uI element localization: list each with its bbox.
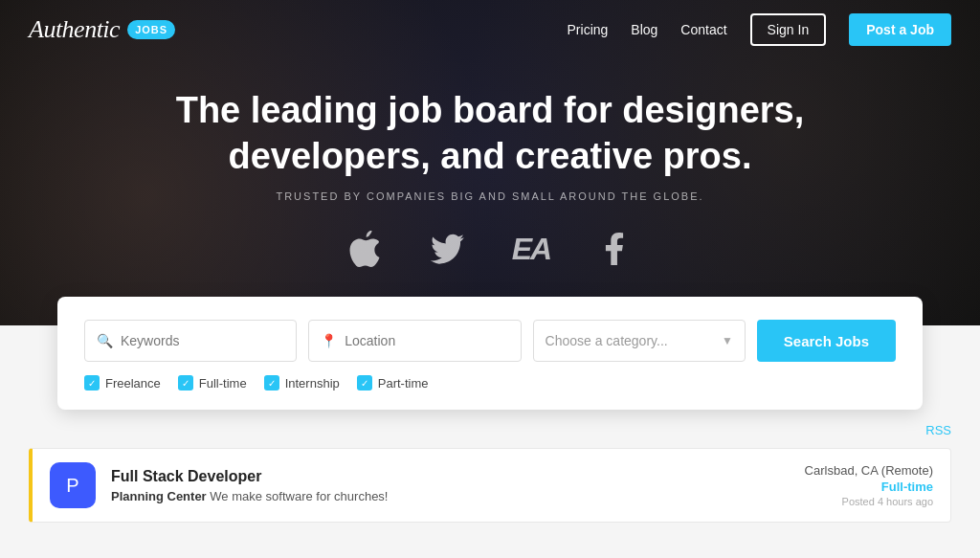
job-type: Full-time bbox=[805, 480, 933, 494]
nav-contact[interactable]: Contact bbox=[680, 22, 726, 37]
category-select-wrap: Choose a category... Design Development … bbox=[533, 320, 746, 362]
job-card[interactable]: P Full Stack Developer Planning Center W… bbox=[29, 448, 951, 523]
rss-row: RSS bbox=[29, 421, 951, 438]
nav-pricing[interactable]: Pricing bbox=[568, 22, 609, 37]
navbar: Authentic JOBS Pricing Blog Contact Sign… bbox=[0, 0, 980, 59]
hero-section: Authentic JOBS Pricing Blog Contact Sign… bbox=[0, 0, 980, 325]
parttime-filter[interactable]: ✓ Part-time bbox=[357, 375, 429, 391]
logo-area: Authentic JOBS bbox=[29, 15, 175, 44]
hero-content: The leading job board for designers, dev… bbox=[0, 59, 980, 202]
internship-filter[interactable]: ✓ Internship bbox=[264, 375, 340, 391]
freelance-checkbox[interactable]: ✓ bbox=[84, 375, 100, 391]
parttime-label: Part-time bbox=[378, 376, 429, 391]
internship-label: Internship bbox=[285, 376, 340, 391]
filter-row: ✓ Freelance ✓ Full-time ✓ Internship ✓ P… bbox=[84, 375, 896, 391]
search-row: 🔍 📍 Choose a category... Design Developm… bbox=[84, 320, 896, 362]
job-tagline: We make software for churches! bbox=[210, 489, 388, 503]
trust-logos: EA bbox=[0, 231, 980, 267]
job-company-name: Planning Center bbox=[111, 489, 207, 503]
parttime-checkbox[interactable]: ✓ bbox=[357, 375, 372, 391]
rss-link[interactable]: RSS bbox=[925, 423, 951, 437]
search-section: 🔍 📍 Choose a category... Design Developm… bbox=[57, 297, 923, 410]
job-company: Planning Center We make software for chu… bbox=[111, 489, 790, 503]
jobs-badge: JOBS bbox=[127, 20, 175, 39]
apple-logo bbox=[349, 231, 380, 267]
category-select[interactable]: Choose a category... Design Development … bbox=[546, 333, 733, 348]
search-jobs-button[interactable]: Search Jobs bbox=[757, 320, 896, 362]
facebook-logo bbox=[598, 233, 631, 265]
hero-title: The leading job board for designers, dev… bbox=[155, 88, 825, 179]
nav-links: Pricing Blog Contact Sign In Post a Job bbox=[568, 13, 951, 46]
job-logo-letter: P bbox=[66, 475, 78, 497]
search-icon: 🔍 bbox=[97, 333, 113, 348]
signin-button[interactable]: Sign In bbox=[750, 13, 827, 46]
job-meta: Carlsbad, CA (Remote) Full-time Posted 4… bbox=[805, 463, 933, 507]
job-info: Full Stack Developer Planning Center We … bbox=[111, 468, 790, 503]
twitter-logo bbox=[428, 234, 464, 264]
hero-subtitle: TRUSTED BY COMPANIES BIG AND SMALL AROUN… bbox=[19, 190, 961, 202]
freelance-label: Freelance bbox=[105, 376, 161, 391]
location-input[interactable] bbox=[345, 333, 508, 348]
location-input-wrap: 📍 bbox=[308, 320, 521, 362]
fulltime-checkbox[interactable]: ✓ bbox=[178, 375, 193, 391]
fulltime-label: Full-time bbox=[199, 376, 247, 391]
fulltime-filter[interactable]: ✓ Full-time bbox=[178, 375, 247, 391]
keyword-input[interactable] bbox=[121, 333, 284, 348]
job-posted: Posted 4 hours ago bbox=[805, 496, 933, 507]
internship-checkbox[interactable]: ✓ bbox=[264, 375, 279, 391]
freelance-filter[interactable]: ✓ Freelance bbox=[84, 375, 161, 391]
location-icon: 📍 bbox=[321, 333, 337, 348]
nav-blog[interactable]: Blog bbox=[631, 22, 657, 37]
job-logo: P bbox=[50, 462, 96, 508]
main-area: RSS P Full Stack Developer Planning Cent… bbox=[0, 421, 980, 523]
job-location: Carlsbad, CA (Remote) bbox=[805, 463, 933, 478]
keyword-input-wrap: 🔍 bbox=[84, 320, 297, 362]
ea-logo: EA bbox=[512, 232, 550, 267]
post-job-button[interactable]: Post a Job bbox=[849, 13, 951, 46]
job-title: Full Stack Developer bbox=[111, 468, 790, 485]
logo-text: Authentic bbox=[29, 15, 120, 44]
